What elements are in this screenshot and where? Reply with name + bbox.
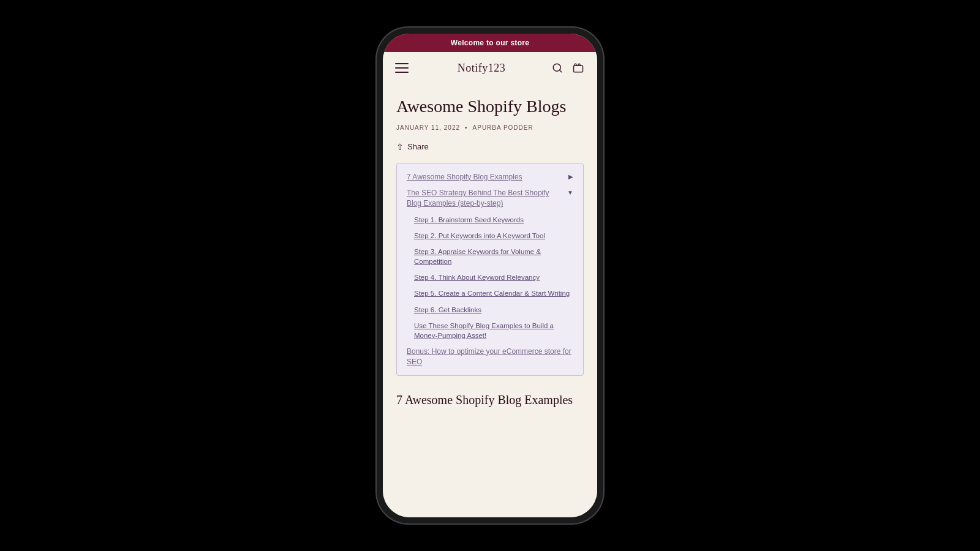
toc-link-bonus[interactable]: Bonus: How to optimize your eCommerce st…: [407, 347, 573, 367]
toc-link-step6[interactable]: Step 6. Get Backlinks: [407, 305, 573, 315]
toc-link-step5[interactable]: Step 5. Create a Content Calendar & Star…: [407, 288, 573, 298]
toc-item: Step 5. Create a Content Calendar & Star…: [407, 288, 573, 298]
toc-item: Step 4. Think About Keyword Relevancy: [407, 272, 573, 282]
toc-item: Step 2. Put Keywords into A Keyword Tool: [407, 231, 573, 241]
toc-item: Step 3. Appraise Keywords for Volume & C…: [407, 247, 573, 266]
hamburger-line-1: [395, 63, 409, 64]
toc-link-step2[interactable]: Step 2. Put Keywords into A Keyword Tool: [407, 231, 573, 241]
share-label: Share: [407, 142, 429, 151]
toc-item: Step 1. Brainstorm Seed Keywords: [407, 215, 573, 225]
toc-link-step1[interactable]: Step 1. Brainstorm Seed Keywords: [407, 215, 573, 225]
toc-item: The SEO Strategy Behind The Best Shopify…: [407, 188, 573, 209]
toc-item: 7 Awesome Shopify Blog Examples ▶: [407, 172, 573, 182]
toc-arrow-1: ▼: [567, 189, 573, 196]
meta-separator: •: [465, 124, 468, 131]
header-right-icons: [551, 61, 585, 75]
toc-item: Use These Shopify Blog Examples to Build…: [407, 321, 573, 340]
store-banner: Welcome to our store: [383, 34, 597, 52]
share-icon: ⇧: [396, 142, 404, 152]
toc-link-seo-strategy[interactable]: The SEO Strategy Behind The Best Shopify…: [407, 188, 562, 209]
toc-arrow-0: ▶: [568, 173, 573, 180]
article-meta: JANUARY 11, 2022 • APURBA PODDER: [396, 124, 584, 131]
search-button[interactable]: [551, 61, 564, 75]
site-title: Notify123: [458, 62, 506, 75]
svg-rect-2: [574, 66, 583, 72]
phone-screen: Welcome to our store Notify123: [383, 34, 597, 517]
main-content: Awesome Shopify Blogs JANUARY 11, 2022 •…: [383, 84, 597, 517]
table-of-contents: 7 Awesome Shopify Blog Examples ▶ The SE…: [396, 163, 584, 377]
toc-link-7-awesome[interactable]: 7 Awesome Shopify Blog Examples: [407, 172, 564, 182]
section-heading: 7 Awesome Shopify Blog Examples: [396, 387, 584, 410]
toc-item: Bonus: How to optimize your eCommerce st…: [407, 347, 573, 367]
toc-item: Step 6. Get Backlinks: [407, 305, 573, 315]
cart-button[interactable]: [571, 61, 585, 75]
toc-link-step4[interactable]: Step 4. Think About Keyword Relevancy: [407, 272, 573, 282]
article-date: JANUARY 11, 2022: [396, 124, 460, 131]
site-header: Notify123: [383, 52, 597, 84]
hamburger-line-3: [395, 72, 409, 73]
article-title: Awesome Shopify Blogs: [396, 96, 584, 117]
hamburger-line-2: [395, 67, 409, 69]
svg-line-1: [559, 70, 561, 72]
share-button[interactable]: ⇧ Share: [396, 142, 429, 152]
banner-text: Welcome to our store: [451, 39, 529, 47]
hamburger-menu-button[interactable]: [395, 59, 412, 77]
toc-link-use-these[interactable]: Use These Shopify Blog Examples to Build…: [407, 321, 573, 340]
phone-frame: Welcome to our store Notify123: [377, 28, 603, 523]
toc-link-step3[interactable]: Step 3. Appraise Keywords for Volume & C…: [407, 247, 573, 266]
article-author: APURBA PODDER: [473, 124, 533, 131]
